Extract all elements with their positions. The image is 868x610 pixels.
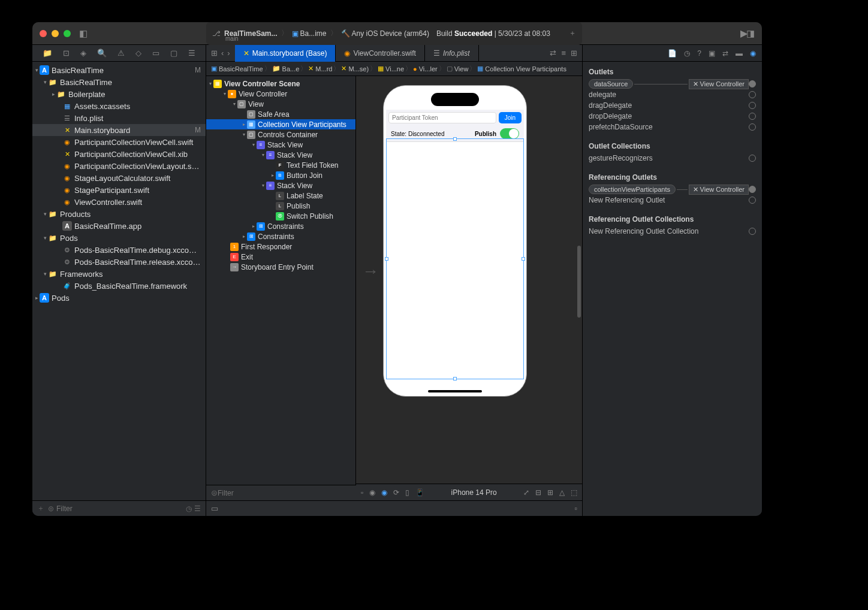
out-view[interactable]: ▾▢View [206,99,355,109]
orientation-icon[interactable]: ⟳ [393,488,399,497]
tab-viewcontroller[interactable]: ◉ ViewController.swift [336,45,424,62]
scm-filter-icon[interactable]: ☰ [194,505,201,513]
pin-icon[interactable]: ⊞ [547,488,553,497]
outlet-datasource[interactable]: dataSource ✕ View Controller [583,78,762,89]
tree-playout[interactable]: ◉ ParticipantCollectionViewLayout.swift [32,160,206,172]
out-stack2[interactable]: ▾≡Stack View [206,150,355,160]
out-constraints2[interactable]: ▸⊞Constraints [206,231,355,241]
align-icon[interactable]: ⊟ [535,488,541,497]
outlet-dropdelegate[interactable]: dropDelegate [583,111,762,122]
help-inspector-icon[interactable]: ? [697,49,701,58]
tree-products[interactable]: ▾📁 Products [32,208,206,220]
tab-main-storyboard[interactable]: ✕ Main.storyboard (Base) [235,45,336,62]
adjust-editor-icon[interactable]: ◉ [369,488,375,497]
collection-view-selection[interactable] [386,138,524,379]
tree-target[interactable]: ▾📁 BasicRealTime [32,76,206,88]
tree-boilerplate[interactable]: ▸📁 Boilerplate [32,88,206,100]
ref-cvparticipants[interactable]: collectionViewParticipants ✕ View Contro… [583,184,762,195]
resize-handle-left[interactable] [385,257,388,261]
participant-token-input[interactable] [388,112,496,123]
tree-vc[interactable]: ◉ ViewController.swift [32,196,206,208]
debug-panel-icon[interactable]: ▫ [574,504,577,513]
project-navigator-icon[interactable]: 📁 [43,49,52,58]
activity-view[interactable]: ⎇ RealTimeSam... main 〉 ▣ Ba...ime 〉 🔨 A… [206,22,582,45]
preview-icon[interactable]: ◉ [381,488,387,497]
outlet-gesture[interactable]: gestureRecognizers [583,153,762,164]
minimize-icon[interactable] [52,30,59,37]
resize-handle-bottom[interactable] [453,377,457,381]
tree-app[interactable]: A BasicRealTime.app [32,220,206,232]
tree-infoplist[interactable]: ☰ Info.plist [32,112,206,124]
tree-pods-group[interactable]: ▾📁 Pods [32,232,206,244]
report-navigator-icon[interactable]: ☰ [188,49,195,58]
outlet-delegate[interactable]: delegate [583,89,762,100]
out-stack1[interactable]: ▾≡Stack View [206,140,355,150]
out-switch[interactable]: ⦿Switch Publish [206,211,355,221]
appearance-icon[interactable]: ▯ [405,488,409,497]
debug-toggle-icon[interactable]: ▭ [211,504,218,513]
out-collection-view[interactable]: ▸▦Collection View Participants [206,119,355,129]
out-constraints1[interactable]: ▸⊞Constraints [206,221,355,231]
symbol-navigator-icon[interactable]: ◈ [80,49,86,58]
tree-stagecalc[interactable]: ◉ StageLayoutCalculator.swift [32,172,206,184]
breakpoint-navigator-icon[interactable]: ▢ [170,49,177,58]
add-tab-icon[interactable]: ＋ [569,28,576,38]
connection-socket-icon[interactable] [749,186,756,193]
outline-filter-input[interactable] [218,489,351,497]
device-name[interactable]: iPhone 14 Pro [451,488,497,497]
close-icon[interactable] [40,30,47,37]
outlet-prefetch[interactable]: prefetchDataSource [583,122,762,132]
connection-socket-icon[interactable] [749,113,756,120]
join-button[interactable]: Join [499,112,522,123]
add-editor-icon[interactable]: ⊞ [571,49,577,58]
ref-coll-new[interactable]: New Referencing Outlet Collection [583,226,762,237]
connections-inspector-icon[interactable]: ◉ [750,49,756,58]
tree-frameworks[interactable]: ▾📁 Frameworks [32,268,206,280]
connection-socket-icon[interactable] [749,228,756,235]
tree-pods-debug[interactable]: ⚙ Pods-BasicRealTime.debug.xcconfig [32,244,206,256]
identity-inspector-icon[interactable]: ▣ [709,49,715,58]
related-icon[interactable]: ⊞ [211,49,218,58]
debug-navigator-icon[interactable]: ▭ [152,49,159,58]
document-outline[interactable]: ▾▦View Controller Scene ▾●View Controlle… [206,76,356,485]
out-label-state[interactable]: LLabel State [206,191,355,201]
canvas-scrollbar[interactable] [577,246,581,318]
connection-socket-icon[interactable] [749,91,756,98]
project-tree[interactable]: ▾A BasicRealTime M ▾📁 BasicRealTime ▸📁 B… [32,62,206,500]
tree-pods-release[interactable]: ⚙ Pods-BasicRealTime.release.xcconfig [32,256,206,268]
tab-infoplist[interactable]: ☰ Info.plist [425,45,479,62]
zoom-icon[interactable] [64,30,71,37]
resolve-icon[interactable]: △ [559,488,565,497]
add-icon[interactable]: ＋ [37,503,44,514]
out-scene[interactable]: ▾▦View Controller Scene [206,78,355,89]
tree-project-root[interactable]: ▾A BasicRealTime M [32,64,206,76]
publish-switch[interactable] [500,128,519,139]
out-stack3[interactable]: ▾≡Stack View [206,180,355,191]
device-icon[interactable]: 📱 [415,488,424,497]
size-inspector-icon[interactable]: ▬ [736,49,743,58]
resize-handle-top[interactable] [453,137,457,141]
toggle-inspector-icon[interactable]: ◨ [746,28,755,39]
out-label-publish[interactable]: LPublish [206,201,355,211]
tree-pcell-xib[interactable]: ✕ ParticipantCollectionViewCell.xib [32,148,206,160]
resize-handle-right[interactable] [522,257,525,261]
issue-navigator-icon[interactable]: ⚠ [117,49,125,58]
editor-options-icon[interactable]: ≡ [561,49,566,58]
tree-pods-proj[interactable]: ▸A Pods [32,292,206,304]
tree-main-storyboard[interactable]: ✕ Main.storyboard M [32,124,206,136]
out-vc[interactable]: ▾●View Controller [206,89,355,99]
connection-socket-icon[interactable] [749,80,756,87]
source-control-icon[interactable]: ⊡ [63,49,70,58]
embed-icon[interactable]: ⬚ [571,488,577,497]
recent-icon[interactable]: ◷ [186,505,192,513]
zoom-icon[interactable]: ⤢ [523,488,529,497]
file-inspector-icon[interactable]: 📄 [668,49,677,58]
connection-socket-icon[interactable] [749,197,756,204]
test-navigator-icon[interactable]: ◇ [135,49,141,58]
out-first-responder[interactable]: 1First Responder [206,241,355,252]
out-entry[interactable]: →Storyboard Entry Point [206,262,355,272]
jump-bar[interactable]: ▣BasicRealTime〉 📁Ba...e〉 ✕M...rd〉 ✕M...s… [206,62,582,76]
out-textfield[interactable]: FText Field Token [206,160,355,170]
out-controls[interactable]: ▾▢Controls Container [206,129,355,140]
filter-input[interactable] [56,505,186,513]
